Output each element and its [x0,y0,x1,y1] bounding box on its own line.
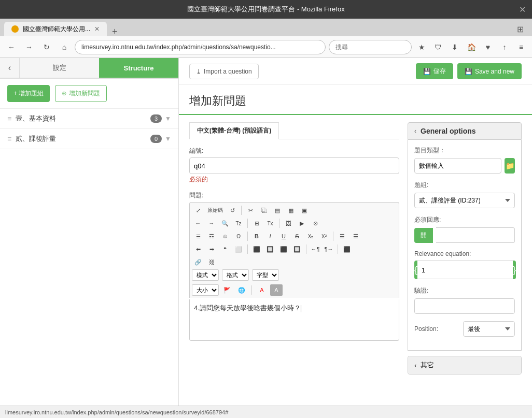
bookmark-button[interactable]: ★ [415,40,428,54]
editor-emoji-btn[interactable]: ☺ [219,230,231,242]
editor-source-btn[interactable]: 原始碼 [205,205,225,216]
editor-highlight-btn[interactable]: A [270,284,283,296]
sidebar-back-button[interactable]: ‹ [0,58,20,78]
format-select[interactable]: 格式 [222,269,249,281]
editor-outdent-btn[interactable]: ⬅ [192,243,204,255]
editor-align-center-btn[interactable]: 🔲 [264,243,276,255]
editor-indent-btn[interactable]: ➡ [205,243,218,255]
editor-align-btn[interactable]: ☶ [205,230,218,242]
editor-media-btn[interactable]: ▶ [296,218,308,229]
editor-globe-btn[interactable]: 🌐 [235,284,248,296]
active-tab[interactable]: 國立臺灣師範大學公用... ✕ [4,22,107,36]
browser-close-button[interactable]: ✕ [519,5,526,15]
editor-strike-btn[interactable]: S [291,230,303,242]
editor-row-size: 大小 🚩 🌐 A A [192,284,397,298]
editor-area[interactable]: 4.請問您每天放學後唸書幾個小時？ [189,299,399,341]
editor-bidi-ltr-btn[interactable]: ←¶ [309,243,321,255]
editor-sup-btn[interactable]: X² [318,230,330,242]
group2-chevron-icon: ▼ [165,135,171,142]
editor-clear-btn[interactable]: Tx [264,218,276,229]
required-toggle-button[interactable]: 開 [414,228,433,243]
language-tabs: 中文(繁體-台灣) (預設語言) [189,122,399,139]
editor-bidi-rtl-btn[interactable]: ¶→ [323,243,335,255]
relevance-input[interactable] [417,261,513,279]
tab-close-icon[interactable]: ✕ [94,25,100,33]
shield-button[interactable]: 🛡 [431,40,445,54]
forward-button[interactable]: → [22,40,36,54]
add-group-button[interactable]: + 增加題組 [7,85,50,102]
search-input[interactable] [329,40,412,54]
position-option-group: Position: 最後 [414,321,515,337]
editor-ul-btn[interactable]: ☰ [349,230,362,242]
back-button[interactable]: ← [4,40,19,54]
editor-underline-btn[interactable]: U [277,230,290,242]
home2-button[interactable]: 🏠 [465,40,478,54]
editor-table2-btn[interactable]: ☰ [192,230,204,242]
type-input[interactable] [414,158,501,174]
editor-table-btn[interactable]: ⊞ [250,218,263,229]
editor-link-btn[interactable]: 🔗 [192,256,204,268]
heart-button[interactable]: ♥ [481,40,495,54]
position-select[interactable]: 最後 [463,321,515,337]
editor-format-btn[interactable]: Tz [232,218,245,229]
refresh-button[interactable]: ↻ [39,40,54,54]
editor-expand-btn[interactable]: ⤢ [192,205,204,216]
required-row: 開 [414,227,515,243]
menu-button[interactable]: ≡ [514,40,528,54]
editor-widget-btn[interactable]: ⊙ [309,218,321,229]
tab-structure[interactable]: Structure [99,58,178,78]
editor-quote-btn[interactable]: ❝ [219,243,231,255]
save-button[interactable]: 💾 儲存 [416,63,453,79]
editor-ol-btn[interactable]: ☰ [336,230,348,242]
relevance-label: Relevance equation: [414,250,515,257]
style-select[interactable]: 樣式 [192,269,219,281]
lang-tab-zh[interactable]: 中文(繁體-台灣) (預設語言) [189,122,279,139]
sidebar-item-group1[interactable]: ≡ 壹、基本資料 3 ▼ [0,109,178,129]
download-button[interactable]: ⬇ [448,40,461,54]
editor-sub-btn[interactable]: X₂ [304,230,317,242]
editor-refresh-btn[interactable]: ↺ [226,205,239,216]
editor-bold-btn[interactable]: B [250,230,263,242]
editor-redo-btn[interactable]: → [205,218,218,229]
address-input[interactable] [75,40,326,54]
size-select[interactable]: 大小 [192,284,219,296]
editor-find-btn[interactable]: 🔍 [219,218,231,229]
editor-align-left-btn[interactable]: ⬛ [250,243,263,255]
editor-paste2-btn[interactable]: ▦ [285,205,297,216]
editor-fontcolor-btn[interactable]: A [256,284,268,296]
group-select[interactable]: 貳、課後評量 (ID:237) [414,193,515,208]
save-and-new-button[interactable]: 💾 Save and new [457,63,522,79]
editor-italic-btn[interactable]: I [264,230,276,242]
tab-grid-icon[interactable]: ⊞ [513,24,528,36]
other-header[interactable]: ‹ 其它 [408,356,521,374]
sidebar-item-group2[interactable]: ≡ 貳、課後評量 0 ▼ [0,129,178,149]
new-tab-button[interactable]: + [109,27,121,36]
editor-justify-btn[interactable]: 🔲 [291,243,303,255]
editor-hr-btn[interactable]: ⬛ [341,243,353,255]
editor-image-btn[interactable]: 🖼 [282,218,295,229]
relevance-row: { } [414,261,515,279]
import-question-button[interactable]: ⤓ Import a question [189,64,259,79]
font-select[interactable]: 字型 [252,269,279,281]
editor-copy-btn[interactable]: ⿻ [258,205,270,216]
editor-omega-btn[interactable]: Ω [232,230,245,242]
tab-settings[interactable]: 設定 [20,58,99,78]
code-input[interactable] [189,157,399,174]
editor-flag-btn[interactable]: 🚩 [221,284,233,296]
toggle-placeholder [436,227,515,243]
type-icon-button[interactable]: 📁 [505,158,515,174]
editor-undo-btn[interactable]: ← [192,218,204,229]
editor-cut-btn[interactable]: ✂ [244,205,257,216]
group1-badge: 3 [150,114,162,123]
editor-unlink-btn[interactable]: ⛓ [205,256,218,268]
editor-row-1: ⤢ 原始碼 ↺ ✂ ⿻ ▤ ▦ ▣ [192,205,397,216]
editor-paste3-btn[interactable]: ▣ [298,205,311,216]
home-button[interactable]: ⌂ [57,40,72,54]
add-question-button[interactable]: ⊕ 增加新問題 [55,85,106,102]
share-button[interactable]: ↑ [498,40,511,54]
editor-block-btn[interactable]: ⬜ [232,243,245,255]
editor-align-right-btn[interactable]: ⬛ [277,243,290,255]
validation-input[interactable] [414,298,515,314]
editor-paste-btn[interactable]: ▤ [271,205,284,216]
general-options-header[interactable]: ‹ General options [408,122,522,140]
